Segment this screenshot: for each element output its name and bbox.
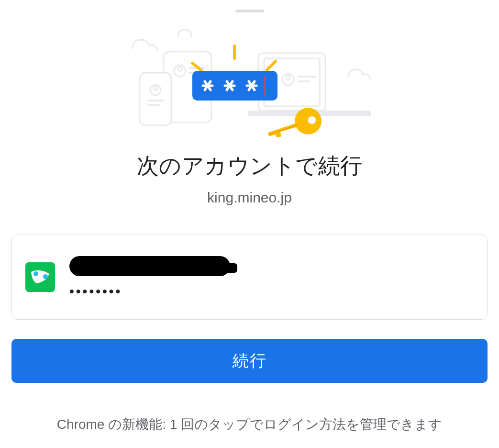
site-favicon-icon (25, 262, 55, 292)
svg-rect-12 (140, 73, 171, 125)
svg-point-35 (43, 274, 48, 279)
account-password-mask: •••••••• (69, 285, 230, 298)
drag-handle-icon[interactable] (235, 10, 264, 12)
account-credentials: •••••••• (69, 256, 230, 298)
svg-point-4 (286, 76, 290, 79)
svg-point-34 (33, 271, 38, 276)
dialog-heading: 次のアカウントで続行 (0, 151, 499, 181)
continue-button[interactable]: 続行 (11, 339, 488, 383)
password-illustration (125, 27, 374, 137)
svg-point-31 (295, 108, 322, 134)
password-autofill-sheet: 次のアカウントで続行 king.mineo.jp •••••••• 続行 Chr… (0, 0, 499, 448)
svg-point-32 (308, 116, 316, 124)
account-card[interactable]: •••••••• (11, 235, 488, 320)
dialog-domain: king.mineo.jp (0, 190, 499, 206)
footer-hint: Chrome の新機能: 1 回のタップでログイン方法を管理できます (0, 415, 499, 434)
account-username-redacted (69, 256, 230, 276)
svg-line-19 (267, 61, 276, 70)
